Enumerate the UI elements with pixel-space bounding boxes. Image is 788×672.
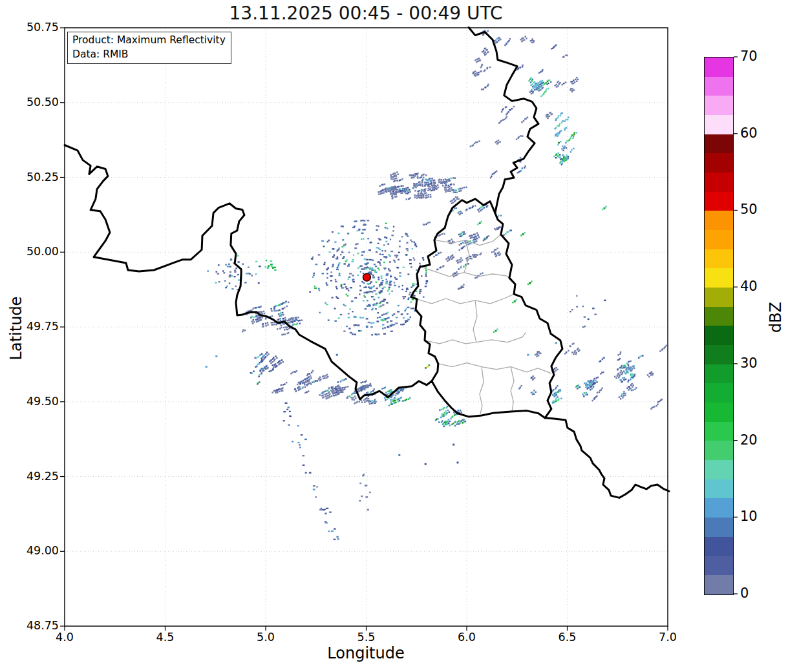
echo-pixel xyxy=(262,323,264,325)
colorbar-band xyxy=(705,307,733,326)
echo-pixel xyxy=(423,296,425,297)
echo-pixel xyxy=(621,367,623,369)
echo-pixel xyxy=(530,40,532,42)
echo-pixel xyxy=(424,182,426,184)
colorbar-tick-label: 30 xyxy=(740,355,772,371)
echo-pixel xyxy=(376,282,378,283)
echo-pixel xyxy=(330,275,332,277)
echo-pixel xyxy=(413,295,416,296)
echo-pixel xyxy=(298,382,300,384)
echo-pixel xyxy=(554,368,556,370)
echo-pixel xyxy=(281,314,283,316)
echo-pixel xyxy=(594,383,596,384)
y-tick-label: 50.25 xyxy=(20,171,59,184)
echo-pixel xyxy=(322,394,324,396)
echo-pixel xyxy=(634,388,636,390)
echo-pixel xyxy=(362,229,364,230)
echo-pixel xyxy=(385,283,388,284)
echo-pixel xyxy=(231,288,233,289)
echo-pixel xyxy=(520,157,522,159)
echo-pixel xyxy=(384,184,386,185)
echo-pixel xyxy=(308,376,310,378)
echo-pixel xyxy=(231,275,233,277)
colorbar-band xyxy=(705,58,733,77)
echo-pixel xyxy=(454,189,456,191)
echo-pixel xyxy=(336,288,338,289)
echo-pixel xyxy=(571,149,573,151)
echo-pixel xyxy=(327,241,329,242)
echo-pixel xyxy=(389,255,391,257)
echo-pixel xyxy=(589,384,591,386)
echo-pixel xyxy=(300,383,302,385)
echo-pixel xyxy=(326,273,328,274)
echo-pixel xyxy=(333,248,335,249)
echo-pixel xyxy=(423,177,425,179)
echo-pixel xyxy=(421,191,423,193)
echo-pixel xyxy=(508,40,510,42)
colorbar-band xyxy=(705,77,733,96)
echo-pixel xyxy=(441,179,443,181)
echo-pixel xyxy=(522,66,524,68)
echo-pixel xyxy=(357,388,359,390)
echo-pixel xyxy=(498,227,500,229)
echo-pixel xyxy=(379,292,381,294)
echo-pixel xyxy=(261,353,263,355)
echo-pixel xyxy=(475,236,477,238)
echo-pixel xyxy=(379,264,381,266)
echo-pixel xyxy=(628,386,630,388)
echo-pixel xyxy=(462,231,463,233)
echo-pixel xyxy=(292,321,294,323)
echo-pixel xyxy=(332,266,334,267)
echo-pixel xyxy=(309,291,311,293)
echo-pixel xyxy=(332,386,334,388)
echo-pixel xyxy=(393,186,395,188)
echo-pixel xyxy=(370,322,372,324)
echo-pixel xyxy=(483,50,485,52)
echo-pixel xyxy=(301,319,303,321)
echo-pixel xyxy=(354,247,357,249)
echo-pixel xyxy=(275,355,277,357)
echo-pixel xyxy=(561,148,563,150)
echo-pixel xyxy=(285,301,287,303)
colorbar-band xyxy=(705,192,733,211)
echo-pixel xyxy=(439,179,441,181)
echo-pixel xyxy=(372,275,374,276)
echo-pixel xyxy=(508,111,510,113)
echo-pixel xyxy=(500,253,502,255)
echo-pixel xyxy=(474,254,476,256)
echo-pixel xyxy=(396,196,398,198)
echo-pixel xyxy=(420,291,421,292)
echo-pixel xyxy=(313,275,314,276)
echo-pixel xyxy=(275,306,277,308)
echo-pixel xyxy=(267,324,269,326)
echo-pixel xyxy=(532,83,534,85)
echo-pixel xyxy=(391,189,393,191)
echo-pixel xyxy=(451,184,453,185)
echo-pixel xyxy=(474,143,476,145)
echo-pixel xyxy=(372,390,374,392)
echo-pixel xyxy=(328,387,330,389)
echo-pixel xyxy=(393,260,395,261)
echo-pixel xyxy=(495,249,497,251)
echo-pixel xyxy=(407,307,409,308)
echo-pixel xyxy=(304,384,306,386)
echo-pixel xyxy=(505,118,507,120)
echo-pixel xyxy=(330,280,332,281)
echo-pixel xyxy=(573,79,575,81)
echo-pixel xyxy=(352,261,354,262)
echo-pixel xyxy=(470,256,472,258)
echo-pixel xyxy=(414,185,416,187)
echo-pixel xyxy=(308,383,310,384)
colorbar-band xyxy=(705,403,733,422)
echo-pixel xyxy=(477,254,479,256)
echo-pixel xyxy=(532,91,534,93)
echo-pixel xyxy=(489,67,491,68)
echo-pixel xyxy=(306,392,308,394)
echo-pixel xyxy=(328,530,330,532)
echo-pixel xyxy=(409,197,411,199)
echo-pixel xyxy=(365,400,367,402)
echo-pixel xyxy=(309,373,311,375)
colorbar-band xyxy=(705,326,733,345)
echo-pixel xyxy=(404,188,406,190)
echo-pixel xyxy=(346,288,348,289)
